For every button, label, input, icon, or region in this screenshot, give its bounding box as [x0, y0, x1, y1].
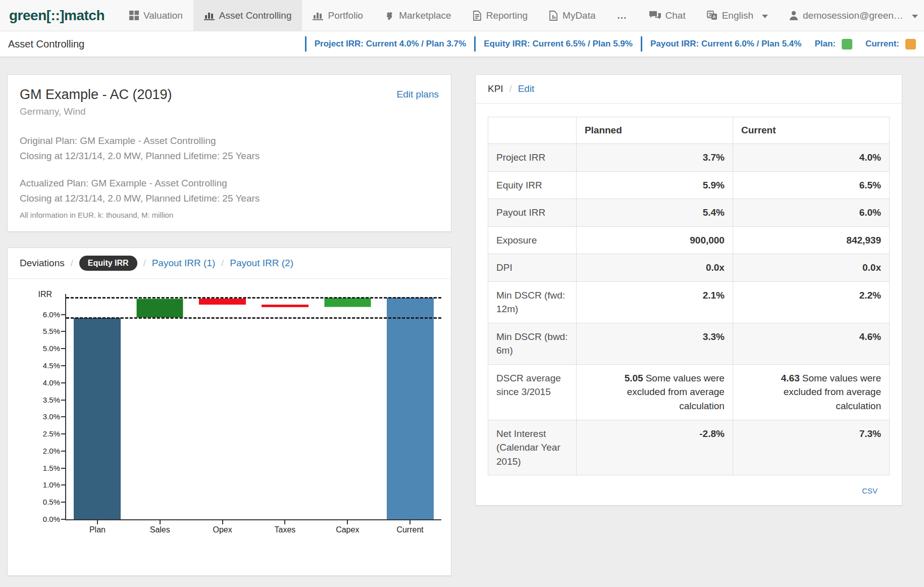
- data-file-icon: [549, 11, 558, 21]
- column-header: [488, 117, 577, 144]
- content-area: GM Example - AC (2019) Edit plans German…: [0, 57, 924, 587]
- language-menu[interactable]: 文A English: [696, 0, 779, 31]
- x-axis-tick: [97, 520, 98, 524]
- divider: [474, 36, 476, 52]
- kpi-table: Planned Current Project IRR 3.7% 4.0% Eq…: [488, 117, 890, 475]
- deviations-title: Deviations: [20, 258, 65, 269]
- nav-item-label: MyData: [562, 10, 595, 21]
- table-row: DSCR average since 3/2015 5.05Some value…: [488, 364, 890, 420]
- y-axis-tick-label: 0.0%: [30, 515, 60, 523]
- y-axis-tick-label: 2.0%: [30, 447, 60, 455]
- csv-export-link[interactable]: CSV: [862, 486, 878, 495]
- top-nav: green[::]match Valuation Asset Controlli…: [0, 0, 924, 31]
- current-legend-label: Current:: [865, 39, 899, 49]
- x-axis-tick: [409, 520, 410, 524]
- deviations-header: Deviations / Equity IRR / Payout IRR (1)…: [8, 248, 451, 279]
- x-axis-category-label: Sales: [129, 525, 191, 534]
- chat-button[interactable]: Chat: [639, 0, 696, 31]
- current-color-swatch: [905, 39, 916, 50]
- y-axis-tick-label: 6.0%: [30, 310, 60, 319]
- y-axis-tick: [61, 451, 66, 452]
- nav-item-asset-controlling[interactable]: Asset Controlling: [193, 0, 302, 31]
- y-axis-tick-label: 4.0%: [30, 378, 60, 387]
- bar-chart-icon: [313, 11, 323, 20]
- x-axis-tick: [284, 520, 285, 524]
- y-axis-tick: [61, 314, 66, 315]
- x-axis-tick: [222, 520, 223, 524]
- nav-item-mydata[interactable]: MyData: [538, 0, 606, 31]
- chart-bar-current: [387, 298, 434, 519]
- tab-payout-irr-2[interactable]: Payout IRR (2): [230, 258, 293, 269]
- currency-note: All information in EUR. k: thousand, M: …: [20, 211, 439, 219]
- page-title: Asset Controlling: [8, 38, 84, 50]
- table-row: Equity IRR 5.9% 6.5%: [488, 171, 890, 199]
- plan-color-swatch: [842, 39, 852, 50]
- chart-bar-capex: [324, 298, 371, 307]
- x-axis-category-label: Capex: [316, 525, 379, 534]
- nav-item-valuation[interactable]: Valuation: [119, 0, 193, 31]
- brand-logo[interactable]: green[::]match: [0, 0, 119, 31]
- language-label: English: [722, 10, 753, 21]
- y-axis-tick: [61, 365, 66, 366]
- project-card: GM Example - AC (2019) Edit plans German…: [7, 74, 451, 232]
- y-axis-tick: [61, 468, 66, 469]
- y-axis-tick-label: 1.5%: [30, 464, 60, 472]
- project-title: GM Example - AC (2019): [20, 87, 172, 103]
- svg-text:A: A: [712, 14, 716, 19]
- tab-payout-irr-1[interactable]: Payout IRR (1): [152, 258, 216, 269]
- y-axis-tick: [61, 433, 66, 434]
- y-axis-tick: [61, 502, 66, 503]
- nav-right: Chat 文A English demosession@green…: [639, 0, 924, 31]
- nav-item-label: Reporting: [486, 10, 528, 21]
- y-axis-tick: [61, 348, 66, 349]
- nav-item-label: Valuation: [143, 10, 183, 21]
- y-axis-tick-label: 5.5%: [30, 327, 60, 335]
- kpi-strip: Project IRR: Current 4.0% / Plan 3.7% Eq…: [297, 36, 916, 52]
- edit-plans-link[interactable]: Edit plans: [397, 87, 439, 100]
- deviation-chart-plot: 0.0%0.5%1.0%1.5%2.0%2.5%3.0%3.5%4.0%4.5%…: [65, 294, 441, 520]
- actualized-plan-text: Actualized Plan: GM Example - Asset Cont…: [20, 176, 439, 206]
- reference-dashed-line: [66, 317, 441, 319]
- kpi-edit-link[interactable]: Edit: [518, 83, 535, 94]
- reference-dashed-line: [66, 297, 441, 299]
- kpi-card: KPI / Edit Planned Current: [475, 74, 902, 506]
- y-axis-tick: [61, 331, 66, 332]
- chart-bar-opex: [199, 299, 246, 305]
- x-axis-category-label: Current: [379, 525, 441, 534]
- y-axis-tick-label: 0.5%: [30, 498, 60, 506]
- chart-bar-taxes: [262, 305, 309, 307]
- user-label: demosession@green…: [803, 10, 903, 21]
- y-axis-tick-label: 1.0%: [30, 480, 60, 489]
- y-axis-tick: [61, 484, 66, 485]
- ellipsis-icon: …: [617, 10, 628, 21]
- y-axis-tick: [61, 382, 66, 383]
- nav-item-label: Asset Controlling: [219, 10, 292, 21]
- nav-item-reporting[interactable]: Reporting: [462, 0, 538, 31]
- chat-label: Chat: [665, 10, 686, 21]
- column-header-planned: Planned: [576, 117, 733, 144]
- nav-item-marketplace[interactable]: Marketplace: [374, 0, 462, 31]
- nav-more-button[interactable]: …: [606, 0, 639, 31]
- x-axis-tick: [160, 520, 161, 524]
- user-menu[interactable]: demosession@green…: [779, 0, 924, 31]
- tab-equity-irr[interactable]: Equity IRR: [79, 256, 137, 271]
- document-icon: [473, 11, 482, 21]
- chat-icon: [649, 11, 661, 20]
- table-row: DPI 0.0x 0.0x: [488, 254, 890, 282]
- nav-item-portfolio[interactable]: Portfolio: [302, 0, 374, 31]
- x-axis-category-label: Taxes: [253, 525, 316, 534]
- separator: /: [221, 258, 224, 269]
- x-axis-category-label: Opex: [191, 525, 254, 534]
- divider: [641, 36, 642, 52]
- plan-legend-label: Plan:: [814, 39, 836, 49]
- table-row: Payout IRR 5.4% 6.0%: [488, 199, 890, 227]
- kpi-strip-equity-irr: Equity IRR: Current 6.5% / Plan 5.9%: [484, 39, 633, 49]
- page-header: Asset Controlling Project IRR: Current 4…: [0, 31, 924, 57]
- separator: /: [509, 84, 512, 94]
- chart-bar-plan: [74, 318, 121, 519]
- x-axis-tick: [347, 520, 348, 524]
- table-row: Net Interest (Calendar Year 2015) -2.8% …: [488, 420, 890, 475]
- y-axis-tick-label: 2.5%: [30, 429, 60, 438]
- chart-bar-sales: [136, 299, 183, 318]
- original-plan-text: Original Plan: GM Example - Asset Contro…: [20, 133, 439, 164]
